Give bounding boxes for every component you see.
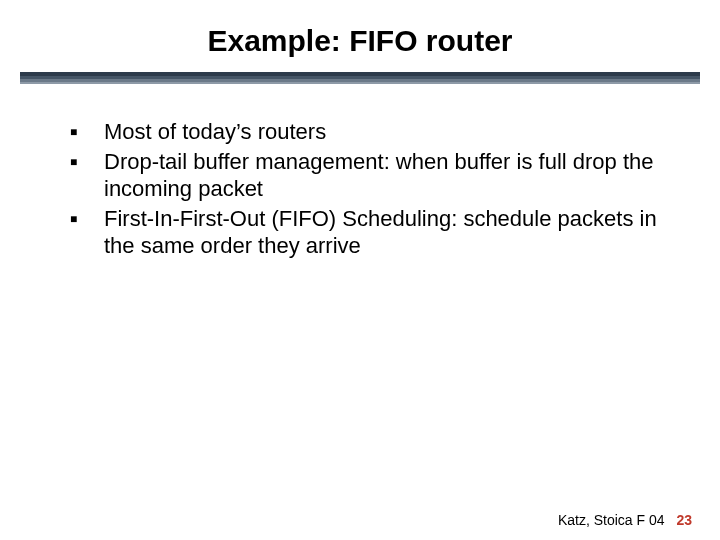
square-bullet-icon: ■ xyxy=(70,205,104,227)
bullet-text: Most of today’s routers xyxy=(104,118,660,146)
footer: Katz, Stoica F 04 23 xyxy=(558,512,692,528)
page-number: 23 xyxy=(676,512,692,528)
list-item: ■ Drop-tail buffer management: when buff… xyxy=(70,148,660,203)
list-item: ■ First-In-First-Out (FIFO) Scheduling: … xyxy=(70,205,660,260)
square-bullet-icon: ■ xyxy=(70,148,104,170)
bullet-text: Drop-tail buffer management: when buffer… xyxy=(104,148,660,203)
bullet-text: First-In-First-Out (FIFO) Scheduling: sc… xyxy=(104,205,660,260)
square-bullet-icon: ■ xyxy=(70,118,104,140)
slide-title: Example: FIFO router xyxy=(0,0,720,72)
content-area: ■ Most of today’s routers ■ Drop-tail bu… xyxy=(0,84,720,260)
list-item: ■ Most of today’s routers xyxy=(70,118,660,146)
footer-text: Katz, Stoica F 04 xyxy=(558,512,665,528)
title-divider xyxy=(20,72,700,84)
